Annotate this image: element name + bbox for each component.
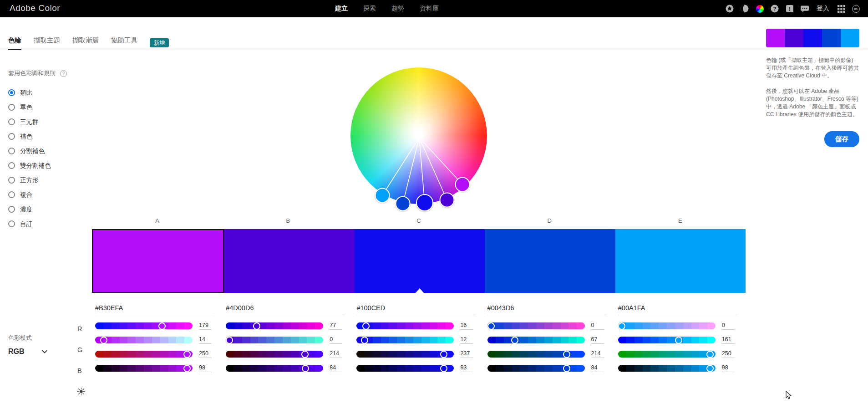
radio-icon[interactable]	[8, 133, 15, 140]
green-slider[interactable]	[226, 337, 323, 343]
tab-accessibility[interactable]: 協助工具	[111, 36, 137, 50]
blue-slider-thumb[interactable]	[183, 351, 191, 358]
nav-item-trends[interactable]: 趨勢	[391, 5, 404, 13]
nav-item-explore[interactable]: 探索	[363, 5, 376, 13]
star-icon[interactable]	[726, 5, 734, 13]
wheel-marker-1[interactable]	[396, 196, 411, 211]
blue-slider-thumb[interactable]	[440, 351, 447, 358]
green-slider-thumb[interactable]	[361, 337, 368, 344]
color-mode-select[interactable]: RGB	[8, 348, 47, 356]
creative-cloud-icon[interactable]: ∞	[852, 5, 860, 13]
radio-icon[interactable]	[8, 177, 15, 184]
brightness-value[interactable]: 93	[460, 364, 473, 372]
blue-slider[interactable]	[618, 351, 716, 358]
nav-item-create[interactable]: 建立	[335, 5, 348, 13]
red-slider-thumb[interactable]	[618, 322, 625, 330]
red-slider[interactable]	[618, 322, 716, 329]
brightness-slider[interactable]	[487, 365, 585, 372]
radio-icon[interactable]	[8, 104, 15, 111]
red-slider-thumb[interactable]	[362, 322, 370, 330]
brightness-slider-thumb[interactable]	[706, 365, 714, 372]
nav-item-libraries[interactable]: 資料庫	[420, 5, 439, 13]
red-slider[interactable]	[487, 322, 585, 329]
harmony-rule-5[interactable]: 雙分割補色	[8, 162, 86, 169]
hex-input[interactable]: #0043D6	[487, 304, 607, 315]
brightness-value[interactable]: 84	[330, 364, 342, 372]
swatch-e[interactable]	[615, 229, 746, 293]
hex-input[interactable]: #100CED	[356, 304, 476, 315]
help-circle-icon[interactable]: ?	[60, 70, 67, 77]
blue-value[interactable]: 250	[722, 350, 735, 358]
swatch-b[interactable]	[224, 229, 354, 293]
red-slider-thumb[interactable]	[487, 322, 495, 330]
save-button[interactable]: 儲存	[824, 131, 859, 147]
harmony-rule-6[interactable]: 正方形	[8, 177, 86, 184]
radio-icon[interactable]	[8, 191, 15, 198]
green-value[interactable]: 0	[330, 336, 342, 344]
green-slider[interactable]	[487, 337, 585, 343]
blue-slider-thumb[interactable]	[301, 351, 309, 358]
green-slider[interactable]	[356, 337, 454, 343]
harmony-rule-4[interactable]: 分割補色	[8, 148, 86, 154]
blue-slider[interactable]	[487, 351, 585, 358]
red-value[interactable]: 77	[330, 322, 342, 330]
blue-value[interactable]: 237	[460, 350, 473, 358]
green-value[interactable]: 12	[460, 336, 473, 344]
radio-icon[interactable]	[8, 118, 15, 125]
blue-value[interactable]: 214	[591, 350, 604, 358]
green-value[interactable]: 14	[199, 336, 212, 344]
brightness-slider-thumb[interactable]	[183, 365, 191, 372]
hex-input[interactable]: #00A1FA	[618, 304, 737, 315]
radio-icon[interactable]	[8, 220, 15, 227]
hex-input[interactable]: #B30EFA	[95, 304, 214, 315]
blue-slider[interactable]	[95, 351, 193, 358]
red-value[interactable]: 179	[199, 322, 212, 330]
brightness-slider[interactable]	[618, 365, 716, 372]
radio-icon[interactable]	[8, 148, 15, 154]
brightness-value[interactable]: 98	[199, 364, 212, 372]
green-value[interactable]: 161	[722, 336, 735, 344]
harmony-rule-0[interactable]: 類比	[8, 89, 86, 96]
red-value[interactable]: 0	[722, 322, 735, 330]
green-slider-thumb[interactable]	[511, 337, 518, 344]
harmony-rule-7[interactable]: 複合	[8, 191, 86, 198]
radio-icon[interactable]	[8, 162, 15, 169]
tab-extract-theme[interactable]: 擷取主題	[34, 36, 60, 50]
green-slider-thumb[interactable]	[675, 337, 682, 344]
brightness-slider[interactable]	[226, 365, 323, 372]
red-slider[interactable]	[226, 322, 323, 329]
harmony-rule-3[interactable]: 補色	[8, 133, 86, 140]
color-wheel-icon[interactable]	[756, 5, 764, 13]
red-slider[interactable]	[95, 322, 193, 329]
wheel-marker-0[interactable]	[375, 188, 390, 203]
help-icon[interactable]: ?	[771, 5, 779, 13]
radio-icon[interactable]	[8, 89, 15, 96]
tab-extract-gradient[interactable]: 擷取漸層	[72, 36, 99, 50]
swatch-a[interactable]	[92, 229, 224, 293]
blue-value[interactable]: 214	[330, 350, 342, 358]
blue-slider-thumb[interactable]	[563, 351, 570, 358]
wheel-marker-3[interactable]	[440, 193, 455, 208]
green-slider[interactable]	[618, 337, 716, 343]
harmony-rule-1[interactable]: 單色	[8, 104, 86, 111]
brightness-value[interactable]: 98	[722, 364, 735, 372]
red-slider[interactable]	[356, 322, 454, 329]
blue-slider[interactable]	[226, 351, 323, 358]
brand-logo[interactable]: Adobe Color	[10, 3, 60, 13]
brightness-value[interactable]: 84	[591, 364, 604, 372]
brightness-slider-thumb[interactable]	[302, 365, 309, 372]
red-value[interactable]: 0	[591, 322, 604, 330]
blue-slider[interactable]	[356, 351, 454, 358]
brightness-slider[interactable]	[95, 365, 193, 372]
brightness-slider-thumb[interactable]	[440, 365, 447, 372]
harmony-rule-9[interactable]: 自訂	[8, 220, 86, 227]
harmony-rule-2[interactable]: 三元群	[8, 118, 86, 125]
harmony-rule-8[interactable]: 濃度	[8, 206, 86, 213]
feedback-icon[interactable]: !	[786, 5, 794, 13]
blue-slider-thumb[interactable]	[706, 351, 714, 358]
chat-icon[interactable]	[801, 5, 809, 13]
blue-value[interactable]: 250	[199, 350, 212, 358]
login-link[interactable]: 登入	[817, 5, 829, 13]
color-wheel[interactable]	[350, 67, 487, 220]
red-slider-thumb[interactable]	[253, 322, 260, 330]
